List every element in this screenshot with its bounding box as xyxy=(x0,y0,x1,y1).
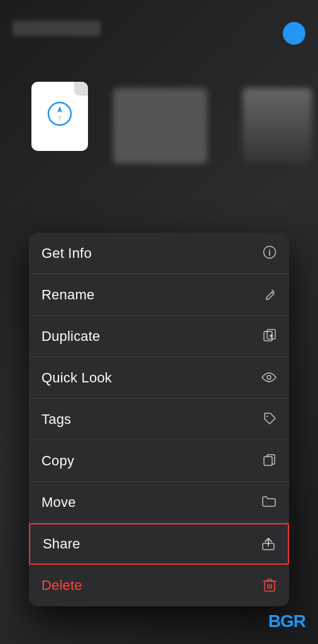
menu-label-duplicate: Duplicate xyxy=(41,328,101,345)
rename-icon xyxy=(264,287,277,302)
svg-point-0 xyxy=(48,103,71,125)
file-icon xyxy=(31,82,88,151)
header-bar xyxy=(0,13,318,44)
svg-marker-2 xyxy=(57,115,62,121)
menu-item-rename[interactable]: Rename xyxy=(29,274,289,316)
menu-item-copy[interactable]: Copy xyxy=(29,440,289,482)
file-icon-wrapper xyxy=(31,82,88,151)
menu-label-delete: Delete xyxy=(41,577,82,594)
menu-item-quick-look[interactable]: Quick Look xyxy=(29,357,289,399)
menu-item-share[interactable]: Share xyxy=(29,523,289,565)
bgr-watermark: BGR xyxy=(268,611,305,631)
menu-label-rename: Rename xyxy=(41,287,94,303)
menu-label-share: Share xyxy=(43,536,80,552)
menu-item-move[interactable]: Move xyxy=(29,482,289,523)
menu-item-duplicate[interactable]: Duplicate xyxy=(29,316,289,357)
bg-thumbnail-1 xyxy=(113,88,207,164)
user-avatar xyxy=(283,22,305,45)
svg-point-5 xyxy=(269,250,270,251)
trash-icon xyxy=(263,577,277,594)
menu-label-quick-look: Quick Look xyxy=(41,370,112,386)
tag-icon xyxy=(263,411,277,427)
menu-label-get-info: Get Info xyxy=(41,245,92,262)
eye-icon xyxy=(261,372,277,384)
menu-item-get-info[interactable]: Get Info xyxy=(29,233,289,274)
duplicate-icon xyxy=(263,328,277,344)
folder-icon xyxy=(261,495,277,509)
compass-icon xyxy=(46,100,74,133)
context-menu: Get Info Rename Duplicate xyxy=(29,233,289,606)
menu-label-move: Move xyxy=(41,494,76,511)
svg-point-11 xyxy=(266,416,268,417)
menu-item-tags[interactable]: Tags xyxy=(29,399,289,440)
svg-marker-1 xyxy=(57,106,62,113)
copy-icon xyxy=(263,453,277,469)
info-icon xyxy=(263,245,277,261)
svg-rect-12 xyxy=(264,457,272,465)
bg-thumbnail-2 xyxy=(243,88,312,164)
menu-label-copy: Copy xyxy=(41,453,74,469)
share-icon xyxy=(261,536,275,553)
menu-item-delete[interactable]: Delete xyxy=(29,565,289,606)
svg-point-10 xyxy=(267,375,271,379)
header-title xyxy=(13,21,101,36)
menu-label-tags: Tags xyxy=(41,411,71,428)
